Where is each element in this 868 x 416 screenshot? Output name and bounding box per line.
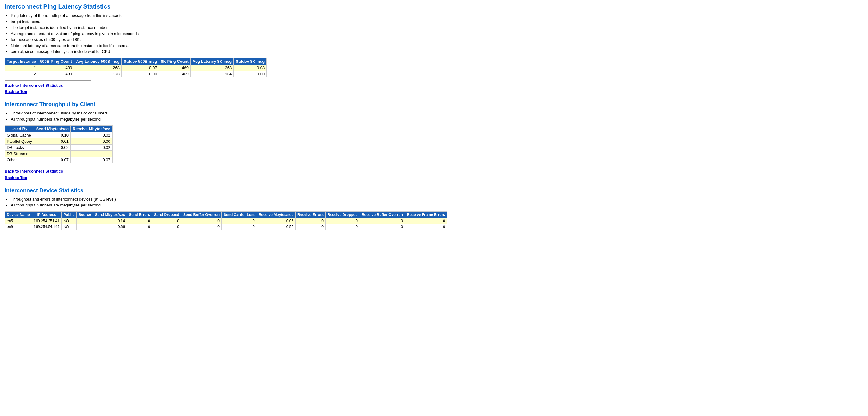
device-stats-title: Interconnect Device Statistics: [5, 187, 863, 194]
table-row: DB Streams: [5, 151, 113, 157]
cell-send-buf: 0: [181, 218, 221, 224]
cell-device: en5: [5, 218, 32, 224]
tc-bullet-1: Throughput of interconnect usage by majo…: [11, 110, 863, 116]
throughput-client-section: Interconnect Throughput by Client Throug…: [5, 101, 863, 181]
back-to-interconnect-link[interactable]: Back to Interconnect Statistics: [5, 83, 863, 89]
cell-recv: 0.00: [70, 139, 112, 145]
cell-stddev8k: 0.08: [234, 65, 267, 71]
cell-stddev500: 0.07: [122, 65, 159, 71]
device-stats-bullets: Throughput and errors of interconnect de…: [11, 196, 863, 208]
table-row: 2 430 173 0.00 469 164 0.00: [5, 71, 267, 77]
cell-send-car: 0: [221, 218, 256, 224]
cell-used-by: Global Cache: [5, 132, 34, 139]
section-divider: [5, 166, 91, 167]
cell-recv: 0.02: [70, 145, 112, 151]
cell-stddev8k: 0.00: [234, 71, 267, 77]
section-divider: [5, 80, 91, 81]
col-send-car: Send Carrier Lost: [221, 211, 256, 218]
cell-used-by: Other: [5, 157, 34, 163]
cell-send-mb: 0.66: [93, 224, 127, 230]
tc-bullet-2: All throughput numbers are megabytes per…: [11, 116, 863, 122]
col-recv-drop: Receive Dropped: [326, 211, 360, 218]
table-row: en5 169.254.251.41 NO 0.14 0 0 0 0 0.06 …: [5, 218, 447, 224]
cell-recv-drop: 0: [326, 218, 360, 224]
table-row: en9 169.254.54.149 NO 0.66 0 0 0 0 0.55 …: [5, 224, 447, 230]
throughput-client-title: Interconnect Throughput by Client: [5, 101, 863, 108]
table-row: DB Locks 0.02 0.02: [5, 145, 113, 151]
cell-avg500: 173: [74, 71, 122, 77]
cell-send-car: 0: [221, 224, 256, 230]
col-recv-mb: Receive Mbytes/sec: [256, 211, 295, 218]
col-stddev-8k: Stddev 8K msg: [234, 58, 267, 65]
cell-ip: 169.254.251.41: [32, 218, 61, 224]
cell-recv-frame: 0: [405, 218, 447, 224]
col-recv-mb: Receive Mbytes/sec: [70, 125, 112, 132]
cell-public: NO: [62, 224, 76, 230]
device-stats-section: Interconnect Device Statistics Throughpu…: [5, 187, 863, 230]
bullet-1: Ping latency of the roundtrip of a messa…: [11, 12, 863, 19]
col-avg-8k: Avg Latency 8K msg: [190, 58, 234, 65]
cell-recv-buf: 0: [360, 224, 405, 230]
cell-send: [34, 151, 71, 157]
cell-count8k: 469: [159, 71, 191, 77]
col-recv-err: Receive Errors: [296, 211, 326, 218]
bullet-6: Note that latency of a message from the …: [11, 43, 863, 49]
cell-send-err: 0: [127, 218, 152, 224]
col-8k-ping-count: 8K Ping Count: [159, 58, 191, 65]
cell-recv-mb: 0.55: [256, 224, 295, 230]
col-send-buf: Send Buffer Overrun: [181, 211, 221, 218]
bullet-2: target instances.: [11, 19, 863, 25]
cell-count500: 430: [38, 65, 74, 71]
col-public: Public: [62, 211, 76, 218]
back-to-top-link[interactable]: Back to Top: [5, 89, 863, 95]
cell-count500: 430: [38, 71, 74, 77]
cell-recv-frame: 0: [405, 224, 447, 230]
cell-target: 2: [5, 71, 38, 77]
cell-source: [76, 224, 93, 230]
cell-send-drop: 0: [152, 218, 181, 224]
cell-recv-mb: 0.06: [256, 218, 295, 224]
back-links-ping: Back to Interconnect Statistics Back to …: [5, 83, 863, 95]
cell-recv: [70, 151, 112, 157]
cell-count8k: 469: [159, 65, 191, 71]
table-row: Parallel Query 0.01 0.00: [5, 139, 113, 145]
bullet-4: Average and standard deviation of ping l…: [11, 31, 863, 37]
table-row: 1 430 268 0.07 469 268 0.08: [5, 65, 267, 71]
cell-recv-err: 0: [296, 224, 326, 230]
device-stats-table: Device Name IP Address Public Source Sen…: [5, 211, 447, 230]
cell-used-by: DB Streams: [5, 151, 34, 157]
ping-latency-table: Target Instance 500B Ping Count Avg Late…: [5, 58, 267, 77]
ping-latency-section: Interconnect Ping Latency Statistics Pin…: [5, 3, 863, 95]
col-recv-frame: Receive Frame Errors: [405, 211, 447, 218]
table-row: Other 0.07 0.07: [5, 157, 113, 163]
bullet-7: control, since message latency can inclu…: [11, 49, 863, 55]
cell-ip: 169.254.54.149: [32, 224, 61, 230]
cell-send-drop: 0: [152, 224, 181, 230]
cell-send-err: 0: [127, 224, 152, 230]
ds-bullet-2: All throughput numbers are megabytes per…: [11, 202, 863, 208]
col-500b-ping-count: 500B Ping Count: [38, 58, 74, 65]
cell-avg8k: 164: [190, 71, 234, 77]
cell-send-buf: 0: [181, 224, 221, 230]
col-used-by: Used By: [5, 125, 34, 132]
cell-public: NO: [62, 218, 76, 224]
col-target-instance: Target Instance: [5, 58, 38, 65]
cell-used-by: Parallel Query: [5, 139, 34, 145]
ping-latency-title: Interconnect Ping Latency Statistics: [5, 3, 863, 10]
cell-send-mb: 0.14: [93, 218, 127, 224]
back-to-interconnect-link2[interactable]: Back to Interconnect Statistics: [5, 168, 863, 175]
cell-device: en9: [5, 224, 32, 230]
cell-recv-drop: 0: [326, 224, 360, 230]
col-ip-address: IP Address: [32, 211, 61, 218]
cell-recv-buf: 0: [360, 218, 405, 224]
col-send-mb: Send Mbytes/sec: [34, 125, 71, 132]
cell-recv: 0.07: [70, 157, 112, 163]
ping-latency-bullets: Ping latency of the roundtrip of a messa…: [11, 12, 863, 55]
back-to-top-link2[interactable]: Back to Top: [5, 175, 863, 181]
col-avg-500b: Avg Latency 500B msg: [74, 58, 122, 65]
throughput-client-table: Used By Send Mbytes/sec Receive Mbytes/s…: [5, 125, 113, 163]
cell-used-by: DB Locks: [5, 145, 34, 151]
cell-recv-err: 0: [296, 218, 326, 224]
cell-recv: 0.02: [70, 132, 112, 139]
cell-avg500: 268: [74, 65, 122, 71]
